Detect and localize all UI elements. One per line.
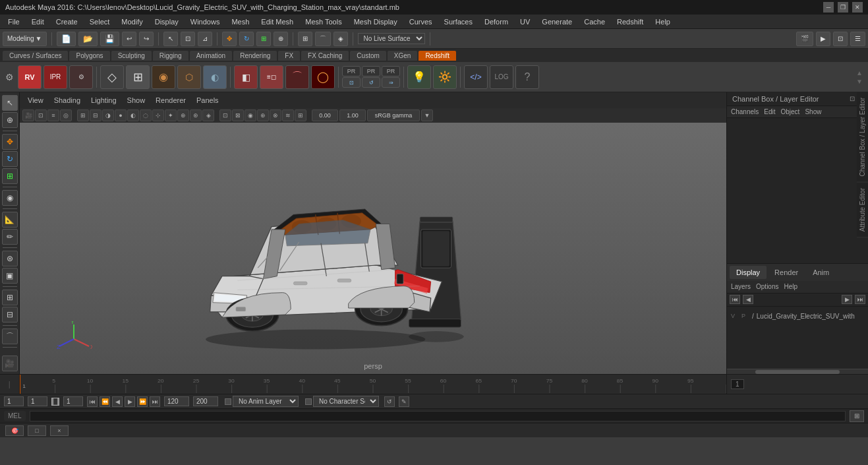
vp-icon-wire[interactable]: ⊟ [90, 109, 101, 121]
vp-icon-s3[interactable]: ◉ [245, 109, 256, 121]
shelf-settings-icon[interactable]: ⚙ [3, 71, 16, 84]
vp-menu-lighting[interactable]: Lighting [88, 95, 119, 106]
move-tool[interactable]: ✥ [2, 134, 18, 150]
vp-icon-shade6[interactable]: ✦ [165, 109, 177, 121]
shelf-btn-obj1[interactable]: ◧ [234, 65, 258, 89]
vp-icon-s2[interactable]: ⊠ [232, 109, 244, 121]
vp-menu-shading[interactable]: Shading [51, 95, 83, 106]
tab-render[interactable]: Render [768, 266, 805, 279]
anim-layer-dropdown[interactable]: No Anim Layer [233, 396, 299, 407]
menu-mesh-display[interactable]: Mesh Display [349, 16, 403, 27]
help-menu[interactable]: Help [784, 283, 797, 290]
viewport-canvas[interactable]: X Y Z persp [20, 123, 726, 374]
channel-box-btn[interactable]: ☰ [850, 32, 865, 46]
playback-end-input[interactable] [193, 396, 218, 406]
shelf-btn-rs3[interactable]: ⇒ [382, 77, 400, 88]
rotate-tool[interactable]: ↻ [2, 151, 18, 167]
minimize-button[interactable]: ─ [823, 2, 834, 13]
paint-select-tool[interactable]: ⊕ [2, 112, 18, 128]
scale-tool[interactable]: ⊞ [2, 168, 18, 184]
menu-edit-mesh[interactable]: Edit Mesh [256, 16, 299, 27]
char-refresh-btn[interactable]: ↺ [384, 396, 395, 407]
vp-icon-s5[interactable]: ⊗ [270, 109, 281, 121]
menu-select[interactable]: Select [84, 16, 115, 27]
menu-mesh-tools[interactable]: Mesh Tools [300, 16, 347, 27]
menu-create[interactable]: Create [51, 16, 83, 27]
universal-manip-btn[interactable]: ⊕ [274, 32, 288, 46]
shelf-tab-rendering[interactable]: Rendering [233, 51, 277, 61]
workspace-dropdown[interactable]: Modeling ▼ [3, 32, 47, 46]
vp-icon-cam4[interactable]: ◎ [60, 109, 72, 121]
menu-modify[interactable]: Modify [116, 16, 148, 27]
frame-start-input[interactable] [28, 396, 47, 406]
rp-float-btn[interactable]: ⊡ [850, 95, 855, 102]
go-to-start-btn[interactable]: ⏮ [87, 396, 98, 407]
display-options-btn[interactable]: ⊡ [833, 32, 848, 46]
show-menu[interactable]: Show [805, 108, 821, 115]
shelf-scroll-up[interactable]: ▲ [856, 69, 863, 77]
shelf-btn-mat1[interactable]: ◇ [100, 65, 124, 89]
vp-icon-cam1[interactable]: 🎥 [22, 109, 34, 121]
shelf-btn-rs1[interactable]: ⊡ [342, 77, 361, 88]
menu-file[interactable]: File [3, 16, 25, 27]
render-btn[interactable]: ▶ [816, 32, 830, 46]
menu-windows[interactable]: Windows [185, 16, 225, 27]
redo-btn[interactable]: ↪ [139, 32, 154, 46]
vp-color-profile[interactable]: sRGB gamma [367, 109, 420, 121]
shelf-tab-curves[interactable]: Curves / Surfaces [3, 51, 68, 61]
right-panel-scrollbar[interactable] [727, 369, 868, 374]
open-file-btn[interactable]: 📂 [78, 32, 98, 46]
shelf-btn-light1[interactable]: 💡 [407, 65, 431, 89]
edit-menu[interactable]: Edit [764, 108, 775, 115]
measure-tool[interactable]: 📐 [2, 212, 18, 228]
quick-layout-btn[interactable]: ▣ [2, 268, 18, 284]
grid-display-btn[interactable]: ⊞ [2, 290, 18, 305]
vp-icon-shade2[interactable]: ● [115, 109, 127, 121]
menu-generate[interactable]: Generate [536, 16, 577, 27]
play-fwd-btn[interactable]: ▶ [125, 396, 135, 407]
char-set-dropdown[interactable]: No Character Set [313, 396, 379, 407]
menu-mesh[interactable]: Mesh [226, 16, 254, 27]
menu-display[interactable]: Display [150, 16, 184, 27]
taskbar-close-btn[interactable]: × [50, 425, 69, 436]
step-fwd-btn[interactable]: ⏩ [137, 396, 148, 407]
shelf-btn-mat4[interactable]: ⬡ [177, 65, 201, 89]
shelf-tab-fx[interactable]: FX [278, 51, 300, 61]
vp-icon-shade7[interactable]: ⊕ [177, 109, 189, 121]
no-live-surface-dropdown[interactable]: No Live Surface [358, 33, 425, 44]
go-to-end-btn[interactable]: ⏭ [150, 396, 160, 407]
playback-start-input[interactable] [164, 396, 189, 406]
soft-select-tool[interactable]: ◉ [2, 190, 18, 206]
select-tool[interactable]: ↖ [2, 95, 18, 111]
camera-tool[interactable]: 🎥 [2, 356, 18, 371]
shelf-btn-obj3[interactable]: ⌒ [285, 65, 309, 89]
vp-menu-panels[interactable]: Panels [194, 95, 221, 106]
vp-icon-shade5[interactable]: ⊹ [152, 109, 164, 121]
shelf-btn-obj4[interactable]: ◯ [311, 65, 335, 89]
vp-menu-renderer[interactable]: Renderer [153, 95, 188, 106]
vp-icon-s7[interactable]: ⊞ [295, 109, 306, 121]
step-back-btn[interactable]: ⏪ [100, 396, 110, 407]
frame-range-end[interactable] [63, 396, 83, 406]
shelf-btn-mat2[interactable]: ⊞ [126, 65, 150, 89]
shelf-tab-polygons[interactable]: Polygons [69, 51, 109, 61]
layer-name[interactable]: Lucid_Gravity_Electric_SUV_wit‌h [757, 313, 864, 320]
lasso-btn[interactable]: ⊿ [198, 32, 212, 46]
scale-btn[interactable]: ⊞ [256, 32, 271, 46]
layer-nav-first[interactable]: ⏮ [730, 295, 740, 304]
shelf-tab-xgen[interactable]: XGen [388, 51, 418, 61]
menu-help[interactable]: Help [650, 16, 676, 27]
shelf-btn-rv[interactable]: RV [18, 65, 42, 89]
vp-icon-shade1[interactable]: ◑ [102, 109, 114, 121]
select-tool-btn[interactable]: ↖ [163, 32, 178, 46]
layer-pickable[interactable]: P [741, 313, 749, 319]
layers-menu[interactable]: Layers [731, 283, 751, 290]
tab-anim[interactable]: Anim [806, 266, 836, 279]
play-back-btn[interactable]: ◀ [112, 396, 123, 407]
new-file-btn[interactable]: 📄 [57, 32, 76, 46]
snap-point-btn[interactable]: ◈ [333, 32, 348, 46]
vp-icon-gamma[interactable]: 1.00 [339, 109, 366, 121]
vp-icon-shade8[interactable]: ⊛ [190, 109, 202, 121]
shelf-btn-light2[interactable]: 🔆 [433, 65, 457, 89]
char-edit-btn[interactable]: ✎ [399, 396, 409, 407]
